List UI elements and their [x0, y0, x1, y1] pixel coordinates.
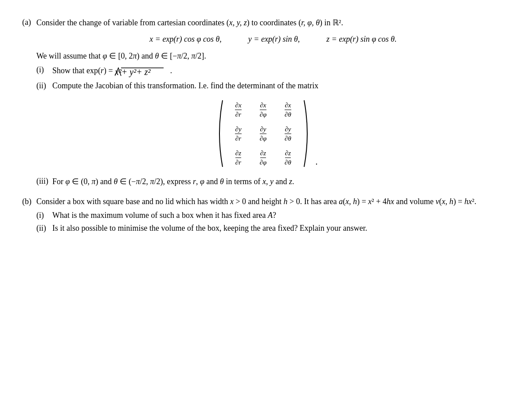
- subpart-b-i-text: What is the maximum volume of such a box…: [52, 211, 276, 220]
- subpart-a-iii-row: (iii) For φ ∈ (0, π) and θ ∈ (−π/2, π/2)…: [36, 177, 510, 186]
- subpart-b-ii-row: (ii) Is it also possible to minimise the…: [36, 224, 510, 233]
- part-a: (a) Consider the change of variable from…: [22, 18, 510, 186]
- svg-text:x²+ y²+ z²: x²+ y²+ z²: [115, 67, 151, 77]
- page-content: (a) Consider the change of variable from…: [22, 18, 510, 233]
- cell-dz-dr: ∂z ∂r: [234, 148, 243, 167]
- subpart-a-ii-label: (ii): [36, 81, 52, 91]
- assumption-text: We will assume that φ ∈ [0, 2π) and θ ∈ …: [36, 51, 510, 61]
- subpart-a-i-label2: (i): [36, 65, 52, 75]
- subpart-a-iii-text: For φ ∈ (0, π) and θ ∈ (−π/2, π/2), expr…: [52, 177, 294, 186]
- part-a-intro-text: Consider the change of variable from car…: [36, 18, 343, 27]
- eq-y: y = exp(r) sin θ,: [248, 35, 300, 44]
- cell-dx-dphi: ∂x ∂φ: [258, 100, 269, 119]
- subpart-a-i-text: Show that exp(r) = x²+ y²+ z² .: [52, 65, 172, 78]
- matrix-period: .: [316, 157, 318, 170]
- matrix-left-paren: [215, 98, 224, 169]
- cell-dx-dr: ∂x ∂r: [233, 100, 243, 119]
- subpart-b-ii-label: (ii): [36, 224, 52, 233]
- cell-dz-dphi: ∂z ∂φ: [258, 148, 269, 167]
- eq-z: z = exp(r) sin φ cos θ.: [326, 35, 396, 44]
- subpart-b-i-row: (i) What is the maximum volume of such a…: [36, 211, 510, 220]
- subpart-b-ii-text: Is it also possible to minimise the volu…: [52, 224, 367, 233]
- matrix-right-paren: [302, 98, 312, 169]
- cell-dx-dtheta: ∂x ∂θ: [283, 100, 293, 119]
- jacobian-matrix-grid: ∂x ∂r ∂x ∂φ ∂x ∂θ: [226, 98, 301, 170]
- cell-dy-dphi: ∂y ∂φ: [258, 124, 269, 143]
- subpart-b-i-label: (i): [36, 211, 52, 220]
- part-b-label: (b): [22, 197, 36, 206]
- subpart-a-i-row: (i) Show that exp(r) = x²+ y²+ z² .: [36, 65, 510, 78]
- part-b: (b) Consider a box with square base and …: [22, 197, 510, 233]
- part-a-label: (a): [22, 18, 36, 27]
- jacobian-matrix-container: ∂x ∂r ∂x ∂φ ∂x ∂θ: [22, 98, 510, 170]
- subpart-a-iii-label: (iii): [36, 177, 52, 186]
- cell-dz-dtheta: ∂z ∂θ: [283, 148, 293, 167]
- part-b-intro: Consider a box with square base and no l…: [36, 197, 510, 206]
- subpart-a-ii-text: Compute the Jacobian of this transformat…: [52, 81, 318, 91]
- part-a-intro: Consider the change of variable from car…: [36, 18, 510, 28]
- coordinate-equations: x = exp(r) cos φ cos θ, y = exp(r) sin θ…: [36, 35, 510, 44]
- subpart-a-ii-row: (ii) Compute the Jacobian of this transf…: [36, 81, 510, 91]
- jacobian-matrix-wrap: ∂x ∂r ∂x ∂φ ∂x ∂θ: [215, 98, 318, 170]
- eq-x: x = exp(r) cos φ cos θ,: [149, 35, 221, 44]
- cell-dy-dr: ∂y ∂r: [233, 124, 243, 143]
- cell-dy-dtheta: ∂y ∂θ: [283, 124, 293, 143]
